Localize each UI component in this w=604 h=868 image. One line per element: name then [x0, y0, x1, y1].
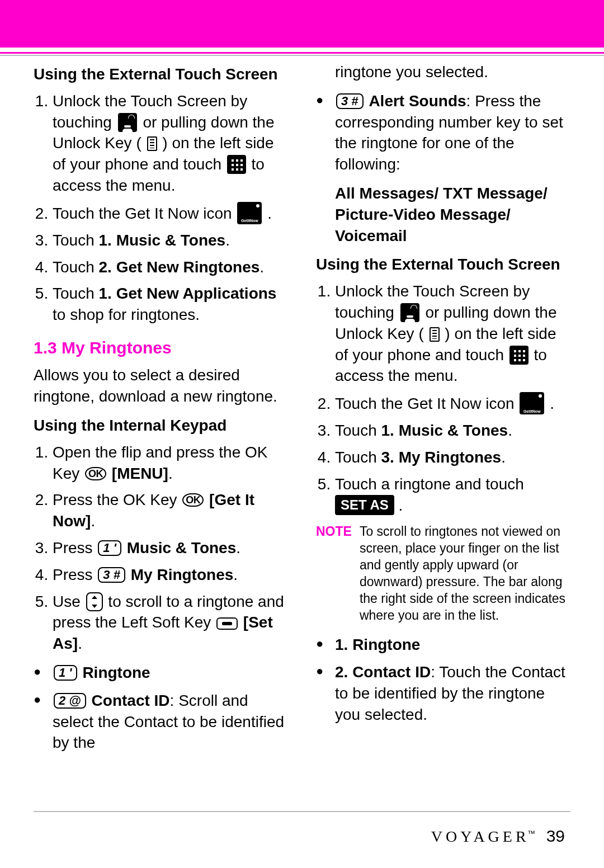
left-soft-key-icon [216, 617, 238, 630]
step-b5: Use to scroll to a ringtone and press th… [53, 591, 288, 654]
step-a4: Touch 2. Get New Ringtones. [53, 257, 288, 278]
step-b1: Open the flip and press the OK Key OK [M… [53, 442, 288, 484]
bullet-alert-sounds: 3 # Alert Sounds: Press the correspondin… [316, 91, 570, 175]
key-1-icon: 1 ' [98, 540, 121, 556]
step-b2: Press the OK Key OK [Get It Now]. [53, 489, 288, 532]
bullet-1-ringtone: 1. Ringtone [316, 634, 570, 655]
key-1-icon: 1 ' [54, 665, 77, 681]
accent-line [0, 52, 604, 54]
bullet-list-left: 1 ' Ringtone 2 @ Contact ID: Scroll and … [34, 662, 288, 753]
ok-key-icon: OK [85, 467, 106, 480]
bullet-list-alert: 3 # Alert Sounds: Press the correspondin… [316, 91, 570, 175]
key-3-icon: 3 # [336, 93, 364, 109]
subheading-external-touch: Using the External Touch Screen [34, 64, 288, 85]
divider-line [0, 55, 604, 56]
subheading-internal-keypad: Using the Internal Keypad [34, 415, 288, 436]
nav-updown-icon [86, 592, 103, 611]
continuation-text: ringtone you selected. [316, 62, 570, 83]
bullet-contact-id: 2 @ Contact ID: Scroll and select the Co… [34, 690, 288, 753]
steps-list-b: Open the flip and press the OK Key OK [M… [34, 442, 288, 654]
manual-page: Using the External Touch Screen Unlock t… [0, 0, 604, 868]
step-b4: Press 3 # My Ringtones. [53, 564, 288, 586]
steps-list-c: Unlock the Touch Screen by touching or p… [316, 281, 570, 516]
section-1-3-desc: Allows you to select a desired ringtone,… [34, 365, 288, 407]
menu-grid-icon [509, 346, 528, 365]
note-text: To scroll to ringtones not viewed on scr… [360, 523, 570, 624]
step-c5: Touch a ringtone and touch SET AS . [335, 474, 570, 516]
note-label: NOTE [316, 523, 352, 624]
right-column: ringtone you selected. 3 # Alert Sounds:… [316, 62, 570, 795]
step-c1: Unlock the Touch Screen by touching or p… [335, 281, 570, 386]
alert-message-types: All Messages/ TXT Message/ Picture-Video… [316, 183, 570, 246]
footer-divider [34, 811, 570, 812]
unlock-touch-icon [118, 113, 137, 132]
step-a5: Touch 1. Get New Applications to shop fo… [53, 283, 288, 326]
section-1-3-title: 1.3 My Ringtones [34, 337, 288, 360]
step-c3: Touch 1. Music & Tones. [335, 420, 570, 441]
ok-key-icon: OK [182, 493, 204, 507]
unlock-key-icon [147, 136, 157, 151]
step-c4: Touch 3. My Ringtones. [335, 447, 570, 468]
bullet-2-contact-id: 2. Contact ID: Touch the Contact to be i… [316, 662, 570, 725]
get-it-now-icon [237, 202, 262, 224]
set-as-button-label: SET AS [335, 495, 394, 515]
left-column: Using the External Touch Screen Unlock t… [34, 62, 288, 795]
subheading-external-touch-2: Using the External Touch Screen [316, 254, 570, 275]
step-a2: Touch the Get It Now icon . [53, 202, 288, 224]
content-area: Using the External Touch Screen Unlock t… [34, 62, 570, 795]
step-c2: Touch the Get It Now icon . [335, 392, 570, 414]
header-bar [0, 0, 604, 48]
steps-list-a: Unlock the Touch Screen by touching or p… [34, 91, 288, 326]
menu-grid-icon [227, 155, 246, 174]
step-a3: Touch 1. Music & Tones. [53, 230, 288, 251]
get-it-now-icon [520, 392, 544, 414]
bullet-list-right: 1. Ringtone 2. Contact ID: Touch the Con… [316, 634, 570, 725]
key-2-icon: 2 @ [54, 693, 86, 709]
step-b3: Press 1 ' Music & Tones. [53, 537, 288, 559]
bullet-ringtone: 1 ' Ringtone [34, 662, 288, 683]
unlock-key-icon [430, 327, 440, 342]
page-footer: VOYAGER™ 39 [431, 827, 565, 846]
unlock-touch-icon [400, 303, 419, 322]
brand-name: VOYAGER™ [431, 828, 535, 846]
page-number: 39 [546, 827, 565, 846]
step-a1: Unlock the Touch Screen by touching or p… [53, 91, 288, 196]
note-block: NOTE To scroll to ringtones not viewed o… [316, 523, 570, 624]
key-3-icon: 3 # [98, 567, 125, 583]
